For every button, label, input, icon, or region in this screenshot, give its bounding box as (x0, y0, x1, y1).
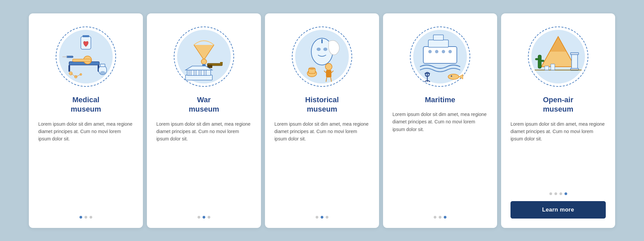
svg-line-39 (326, 77, 327, 82)
svg-rect-29 (204, 70, 206, 75)
card-medical: Medicalmuseum Lorem ipsum dolor sit dim … (29, 13, 143, 228)
dot (326, 216, 328, 219)
svg-rect-28 (199, 70, 201, 75)
svg-rect-8 (100, 64, 105, 67)
card-icon-area-war (169, 21, 239, 92)
card-icon-area-medical (51, 21, 121, 92)
svg-rect-27 (194, 70, 196, 75)
svg-rect-62 (571, 53, 579, 55)
svg-point-54 (448, 74, 459, 79)
svg-point-47 (428, 50, 432, 53)
svg-rect-5 (66, 56, 73, 58)
medical-title: Medicalmuseum (71, 95, 101, 114)
historical-title: Historicalmuseum (305, 95, 339, 114)
svg-point-17 (201, 59, 207, 64)
svg-point-35 (325, 63, 332, 70)
svg-rect-34 (321, 39, 323, 43)
maritime-icon (410, 26, 470, 87)
dot (198, 216, 200, 219)
svg-rect-44 (423, 47, 457, 63)
svg-rect-6 (62, 56, 67, 57)
svg-rect-45 (428, 40, 448, 47)
svg-rect-66 (551, 64, 555, 70)
war-icon (174, 26, 234, 87)
openair-icon (528, 26, 588, 87)
svg-point-43 (309, 67, 315, 70)
svg-rect-1 (68, 65, 70, 72)
dot (549, 192, 552, 195)
svg-point-50 (448, 50, 452, 53)
svg-line-38 (331, 71, 333, 73)
svg-rect-60 (541, 60, 544, 62)
dot (316, 216, 318, 219)
card-historical: Historicalmuseum Lorem ipsum dolor sit d… (265, 13, 379, 228)
dot (90, 216, 92, 219)
card-icon-area-maritime (405, 21, 475, 92)
medical-dots (79, 216, 92, 219)
card-maritime: Maritime Lorem ipsum dolor sit dim amet,… (383, 13, 497, 228)
maritime-text: Lorem ipsum dolor sit dim amet, mea regi… (392, 111, 488, 208)
medical-text: Lorem ipsum dolor sit dim amet, mea regi… (38, 120, 133, 208)
svg-line-40 (331, 77, 331, 82)
dot (79, 216, 82, 219)
openair-dots (549, 192, 567, 195)
svg-rect-22 (220, 62, 223, 64)
dot (203, 216, 205, 219)
historical-dots (316, 216, 328, 219)
svg-point-33 (323, 48, 327, 51)
svg-rect-58 (538, 55, 541, 68)
war-dots (198, 216, 210, 219)
svg-rect-26 (189, 70, 191, 75)
dot (439, 216, 441, 219)
historical-text: Lorem ipsum dolor sit dim amet, mea regi… (274, 120, 370, 208)
svg-rect-24 (185, 75, 212, 80)
dot (85, 216, 87, 219)
svg-point-55 (451, 75, 452, 77)
dot (321, 216, 323, 219)
svg-rect-65 (545, 66, 549, 70)
maritime-dots (434, 216, 446, 219)
svg-rect-59 (535, 58, 538, 60)
openair-text: Lorem ipsum dolor sit dim amet, mea regi… (511, 120, 606, 185)
dot (444, 216, 446, 219)
dot (208, 216, 210, 219)
historical-icon (292, 26, 352, 87)
svg-rect-46 (433, 35, 443, 40)
dot (559, 192, 562, 195)
svg-point-32 (317, 48, 321, 51)
dot (434, 216, 436, 219)
svg-point-49 (442, 50, 445, 53)
card-icon-area-openair (523, 21, 593, 92)
war-title: Warmuseum (189, 95, 219, 114)
maritime-title: Maritime (425, 95, 455, 105)
svg-line-37 (324, 71, 326, 73)
war-text: Lorem ipsum dolor sit dim amet, mea regi… (156, 120, 252, 208)
cards-container: Medicalmuseum Lorem ipsum dolor sit dim … (15, 3, 629, 238)
svg-marker-57 (550, 37, 567, 52)
card-openair: Open-airmuseum Lorem ipsum dolor sit dim… (501, 13, 615, 228)
svg-rect-36 (326, 70, 331, 77)
svg-rect-11 (83, 35, 89, 37)
svg-rect-61 (572, 53, 578, 70)
svg-point-48 (435, 50, 438, 53)
openair-title: Open-airmuseum (543, 95, 573, 114)
card-icon-area-historical (287, 21, 357, 92)
svg-rect-4 (72, 59, 91, 62)
learn-more-button[interactable]: Learn more (511, 201, 606, 219)
dot (554, 192, 557, 195)
svg-point-9 (100, 71, 105, 74)
dot (565, 192, 567, 195)
card-war: Warmuseum Lorem ipsum dolor sit dim amet… (147, 13, 261, 228)
medical-icon (56, 26, 116, 87)
